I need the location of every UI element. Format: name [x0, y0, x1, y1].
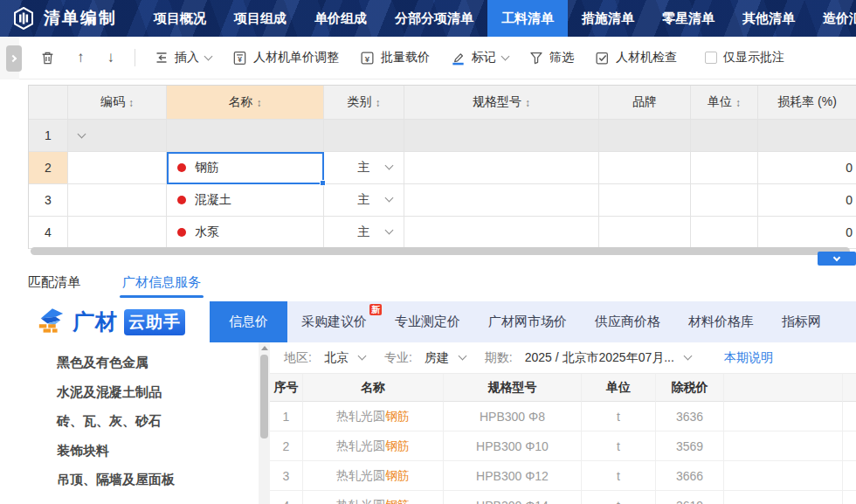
code-cell[interactable]: [68, 184, 167, 217]
move-down-button[interactable]: ↓: [96, 49, 127, 66]
column-header-category[interactable]: 类别: [324, 86, 404, 120]
column-header-loss-rate[interactable]: 损耗率 (%): [758, 86, 856, 120]
nav-item-project-composition[interactable]: 项目组成: [220, 0, 300, 37]
nav-item-cost-summary[interactable]: 造价汇总: [809, 0, 856, 37]
sort-icon[interactable]: [253, 95, 262, 109]
only-annotations-toggle[interactable]: 仅显示批注: [694, 50, 795, 66]
spec-cell[interactable]: [404, 184, 599, 217]
region-select[interactable]: 北京: [324, 350, 349, 366]
horizontal-scrollbar[interactable]: [28, 247, 856, 255]
name-cell[interactable]: 钢筋: [167, 152, 324, 184]
code-cell[interactable]: [68, 217, 167, 249]
major-select[interactable]: 房建: [425, 350, 449, 366]
chevron-down-icon[interactable]: [357, 352, 366, 361]
brand-cell[interactable]: [599, 120, 691, 152]
gc-tab-professional-price[interactable]: 专业测定价: [381, 301, 474, 342]
chevron-down-icon[interactable]: [385, 194, 394, 203]
chevron-down-icon[interactable]: [683, 352, 692, 361]
sort-icon[interactable]: [372, 95, 381, 109]
gc-tab-supplier-price[interactable]: 供应商价格: [581, 301, 674, 342]
fill-handle[interactable]: [320, 180, 326, 186]
unit-cell[interactable]: [691, 120, 758, 152]
scrollbar-thumb[interactable]: [31, 247, 850, 255]
loss-rate-cell[interactable]: [758, 120, 856, 152]
sidebar-expand-button[interactable]: [6, 45, 22, 72]
column-header-brand[interactable]: 品牌: [599, 86, 691, 120]
brand-cell[interactable]: [599, 152, 691, 184]
nav-item-other-list[interactable]: 其他清单: [728, 0, 809, 37]
chevron-down-icon[interactable]: [78, 129, 86, 138]
column-header-name[interactable]: 名称: [167, 86, 324, 120]
sort-icon[interactable]: [521, 95, 530, 109]
tab-gc-info-service[interactable]: 广材信息服务: [122, 274, 201, 291]
chevron-down-icon[interactable]: [385, 162, 394, 170]
column-header-unit[interactable]: 单位: [691, 86, 758, 120]
period-note-link[interactable]: 本期说明: [724, 350, 773, 366]
spec-cell[interactable]: [404, 120, 599, 152]
scrollbar-thumb[interactable]: [260, 355, 268, 438]
brand-cell[interactable]: [599, 217, 691, 249]
price-row[interactable]: 4 热轧光圆钢筋 HPB300 Φ14 t 3619: [270, 491, 856, 504]
column-header-code[interactable]: 编码: [68, 86, 167, 120]
gc-tab-index-network[interactable]: 指标网: [768, 301, 835, 342]
nav-item-unit-price-composition[interactable]: 单价组成: [300, 0, 381, 37]
brand-cell[interactable]: [599, 184, 691, 217]
loss-rate-cell[interactable]: 0: [758, 217, 856, 249]
batch-load-price-button[interactable]: ¥ 批量载价: [349, 50, 440, 66]
only-annotations-checkbox[interactable]: [705, 52, 717, 64]
chevron-down-icon[interactable]: [385, 226, 394, 235]
nav-item-material-list[interactable]: 工料清单: [487, 0, 568, 37]
price-row[interactable]: 3 热轧光圆钢筋 HPB300 Φ12 t 3666: [270, 461, 856, 491]
row-number[interactable]: 2: [29, 152, 68, 184]
spec-cell[interactable]: [404, 217, 599, 249]
nav-item-measures-list[interactable]: 措施清单: [568, 0, 648, 37]
name-cell[interactable]: [167, 120, 324, 152]
delete-button[interactable]: [30, 51, 66, 66]
unit-cell[interactable]: [691, 217, 758, 249]
insert-button[interactable]: 插入: [144, 50, 222, 66]
name-cell[interactable]: 水泵: [167, 217, 324, 249]
vertical-scrollbar[interactable]: [259, 342, 270, 504]
filter-button[interactable]: 筛选: [519, 50, 584, 66]
unit-cell[interactable]: [691, 184, 758, 217]
sort-icon[interactable]: [732, 95, 741, 109]
category-cell[interactable]: 主: [324, 217, 404, 249]
gc-tab-purchase-suggestion[interactable]: 采购建议价 新: [287, 301, 381, 342]
sidebar-item-decorative-blocks[interactable]: 装饰块料: [57, 436, 259, 466]
row-number-header[interactable]: [29, 86, 68, 120]
price-row[interactable]: 2 热轧光圆钢筋 HPB300 Φ10 t 3569: [270, 432, 856, 461]
scroll-up-arrow-icon[interactable]: [261, 346, 268, 350]
gc-tab-market-price[interactable]: 广材网市场价: [474, 301, 581, 342]
chevron-down-icon[interactable]: [458, 352, 466, 361]
nav-item-misc-list[interactable]: 零星清单: [648, 0, 728, 37]
spec-cell[interactable]: [404, 152, 599, 184]
sidebar-item-brick-tile-sand[interactable]: 砖、瓦、灰、砂石: [57, 406, 259, 436]
category-cell[interactable]: 主: [324, 184, 404, 217]
move-up-button[interactable]: ↑: [66, 49, 96, 66]
row-number[interactable]: 4: [29, 217, 68, 249]
loss-rate-cell[interactable]: 0: [758, 184, 856, 217]
sidebar-item-cement-concrete[interactable]: 水泥及混凝土制品: [57, 377, 259, 407]
tab-match-list[interactable]: 匹配清单: [28, 274, 80, 291]
column-header-spec[interactable]: 规格型号: [404, 86, 599, 120]
gc-tab-info-price[interactable]: 信息价: [210, 301, 287, 342]
nav-item-subsection-list[interactable]: 分部分项清单: [381, 0, 487, 37]
row-number[interactable]: 1: [29, 120, 68, 152]
name-cell[interactable]: 混凝土: [167, 184, 324, 217]
sidebar-item-ceiling-partition[interactable]: 吊顶、隔墙及屋面板: [57, 465, 259, 494]
code-cell[interactable]: [68, 120, 167, 152]
row-number[interactable]: 3: [29, 184, 68, 217]
loss-rate-cell[interactable]: 0: [758, 152, 856, 184]
price-row[interactable]: 1 热轧光圆钢筋 HPB300 Φ8 t 3636: [270, 402, 856, 432]
mark-button[interactable]: 标记: [440, 50, 519, 66]
gc-tab-material-price-library[interactable]: 材料价格库: [674, 301, 768, 342]
panel-collapse-button[interactable]: [818, 252, 856, 266]
resource-check-button[interactable]: 人材机检查: [584, 50, 687, 66]
unit-cell[interactable]: [691, 152, 758, 184]
price-adjust-button[interactable]: ¥ 人材机单价调整: [222, 50, 349, 66]
code-cell[interactable]: [68, 152, 167, 184]
category-cell[interactable]: 主: [324, 152, 404, 184]
sort-icon[interactable]: [125, 95, 134, 109]
nav-item-project-overview[interactable]: 项目概况: [140, 0, 220, 37]
period-select[interactable]: 2025 / 北京市2025年07月...: [525, 350, 674, 366]
